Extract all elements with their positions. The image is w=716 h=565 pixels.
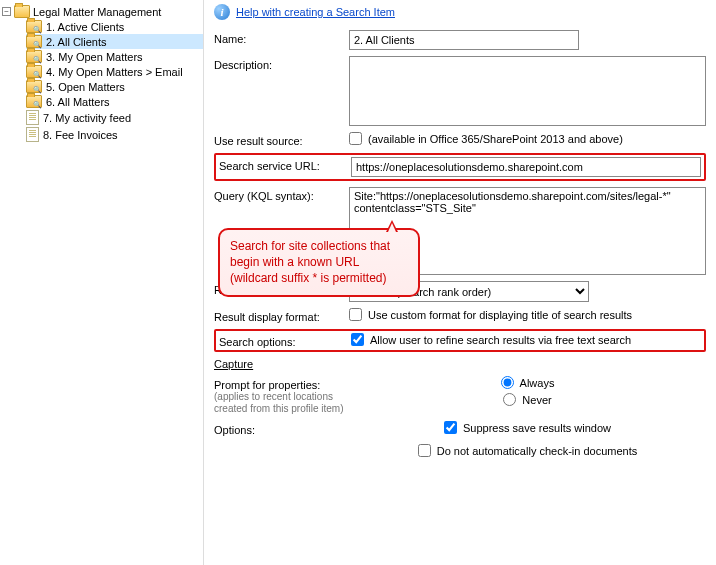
tree-item-label: 1. Active Clients — [46, 21, 124, 33]
folder-search-icon — [26, 95, 42, 108]
nocheckin-label: Do not automatically check-in documents — [437, 445, 638, 457]
tree-item[interactable]: 1. Active Clients — [26, 19, 203, 34]
options-label: Options: — [214, 421, 349, 436]
use-result-source-checkbox[interactable] — [349, 132, 362, 145]
folder-search-icon — [26, 80, 42, 93]
search-options-label: Search options: — [216, 333, 351, 348]
tree-root-item[interactable]: − Legal Matter Management — [2, 4, 203, 19]
name-label: Name: — [214, 30, 349, 45]
tree-item-label: 6. All Matters — [46, 96, 110, 108]
tree-item[interactable]: 2. All Clients — [26, 34, 203, 49]
prompt-always-label: Always — [520, 377, 555, 389]
suppress-checkbox[interactable] — [444, 421, 457, 434]
tree-item-label: 8. Fee Invoices — [43, 129, 118, 141]
nocheckin-checkbox[interactable] — [418, 444, 431, 457]
collapse-icon[interactable]: − — [2, 7, 11, 16]
tree-item[interactable]: 8. Fee Invoices — [26, 126, 203, 143]
tree-root-label: Legal Matter Management — [33, 6, 161, 18]
folder-search-icon — [26, 20, 42, 33]
tree-item-label: 3. My Open Matters — [46, 51, 143, 63]
folder-search-icon — [26, 65, 42, 78]
tree-item[interactable]: 3. My Open Matters — [26, 49, 203, 64]
form-panel: i Help with creating a Search Item Name:… — [204, 0, 716, 565]
folder-icon — [14, 5, 30, 18]
annotation-callout: Search for site collections that begin w… — [218, 228, 420, 297]
search-url-label: Search service URL: — [216, 157, 351, 172]
folder-search-icon — [26, 35, 42, 48]
query-label: Query (KQL syntax): — [214, 187, 349, 202]
description-label: Description: — [214, 56, 349, 71]
info-icon: i — [214, 4, 230, 20]
prompt-never-label: Never — [522, 394, 551, 406]
tree-item[interactable]: 7. My activity feed — [26, 109, 203, 126]
document-icon — [26, 110, 39, 125]
tree-item-label: 2. All Clients — [46, 36, 107, 48]
tree-item[interactable]: 5. Open Matters — [26, 79, 203, 94]
description-textarea[interactable] — [349, 56, 706, 126]
document-icon — [26, 127, 39, 142]
search-options-text: Allow user to refine search results via … — [370, 334, 631, 346]
use-result-source-label: Use result source: — [214, 132, 349, 147]
tree-item-label: 5. Open Matters — [46, 81, 125, 93]
tree-item-label: 7. My activity feed — [43, 112, 131, 124]
capture-heading: Capture — [214, 358, 706, 370]
navigation-tree: − Legal Matter Management 1. Active Clie… — [0, 0, 204, 565]
suppress-label: Suppress save results window — [463, 422, 611, 434]
use-result-source-note: (available in Office 365/SharePoint 2013… — [368, 133, 623, 145]
prompt-label: Prompt for properties: (applies to recen… — [214, 376, 349, 415]
folder-search-icon — [26, 50, 42, 63]
search-url-input[interactable] — [351, 157, 701, 177]
tree-item-label: 4. My Open Matters > Email — [46, 66, 183, 78]
display-format-checkbox[interactable] — [349, 308, 362, 321]
search-options-checkbox[interactable] — [351, 333, 364, 346]
display-format-label: Result display format: — [214, 308, 349, 323]
prompt-never-radio[interactable] — [503, 393, 516, 406]
help-link[interactable]: Help with creating a Search Item — [236, 6, 395, 18]
tree-item[interactable]: 6. All Matters — [26, 94, 203, 109]
prompt-always-radio[interactable] — [501, 376, 514, 389]
name-input[interactable] — [349, 30, 579, 50]
display-format-text: Use custom format for displaying title o… — [368, 309, 632, 321]
tree-item[interactable]: 4. My Open Matters > Email — [26, 64, 203, 79]
